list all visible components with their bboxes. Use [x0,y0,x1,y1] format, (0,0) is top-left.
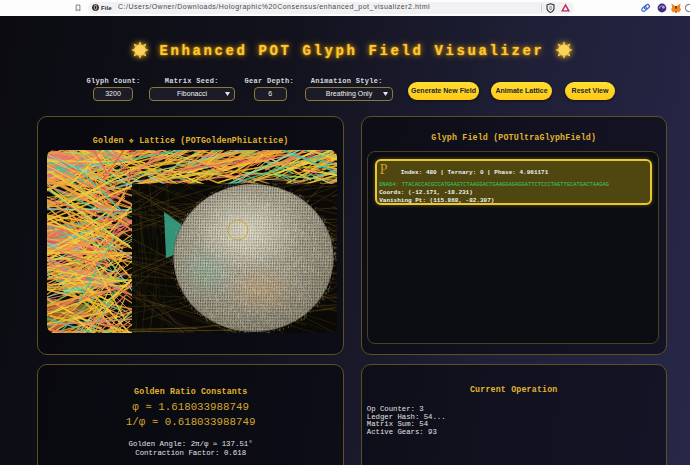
svg-text:0: 0 [549,6,552,11]
